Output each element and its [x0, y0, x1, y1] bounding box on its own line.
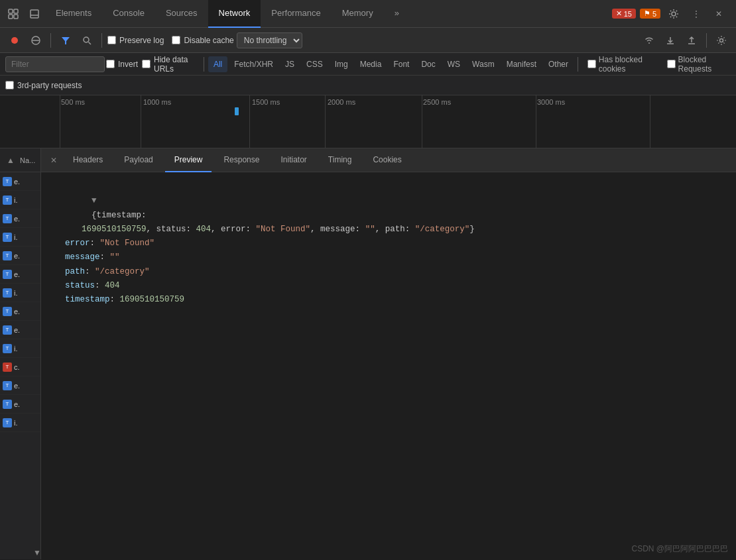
svg-rect-1	[14, 9, 18, 13]
row-name: e.	[14, 326, 20, 334]
error-count: 15	[624, 10, 632, 18]
row-type-icon: T	[3, 233, 12, 242]
scroll-down-button[interactable]: ▼	[31, 546, 41, 559]
tab-preview[interactable]: Preview	[165, 148, 212, 172]
json-root-line[interactable]: ▼ {timestamp: 1690510150759, status: 404…	[52, 180, 725, 237]
devtools-icon[interactable]	[3, 0, 24, 28]
record-button[interactable]	[5, 31, 24, 50]
tab-elements[interactable]: Elements	[45, 0, 102, 28]
search-button[interactable]	[78, 31, 96, 50]
error-badge[interactable]: ✕ 15	[612, 9, 636, 19]
list-item[interactable]: Ti.	[0, 191, 40, 209]
json-field: message: ""	[65, 251, 725, 264]
timeline-area[interactable]: 500 ms 1000 ms 1500 ms 2000 ms 2500 ms 3…	[0, 95, 736, 148]
tab-sources[interactable]: Sources	[155, 0, 208, 28]
tab-cookies[interactable]: Cookies	[363, 148, 410, 172]
list-item[interactable]: Ti.	[0, 414, 40, 432]
row-type-icon: T	[3, 344, 12, 353]
list-item[interactable]: Te.	[0, 321, 40, 339]
scroll-up-button[interactable]: ▲	[4, 154, 17, 167]
disable-cache-checkbox[interactable]: Disable cache	[172, 36, 233, 45]
third-party-bar: 3rd-party requests	[0, 76, 736, 95]
tab-performance[interactable]: Performance	[261, 0, 331, 28]
row-name: i.	[14, 345, 18, 353]
svg-rect-2	[9, 15, 13, 19]
hide-data-urls-checkbox[interactable]: Hide data URLs	[142, 55, 200, 74]
third-party-checkbox[interactable]: 3rd-party requests	[5, 81, 82, 90]
list-item[interactable]: Tc.	[0, 358, 40, 376]
tab-initiator[interactable]: Initiator	[271, 148, 316, 172]
row-type-icon: T	[3, 418, 12, 427]
close-detail-button[interactable]: ✕	[46, 153, 61, 168]
list-item[interactable]: Te.	[0, 265, 40, 284]
tab-headers[interactable]: Headers	[64, 148, 112, 172]
blocked-requests-checkbox[interactable]: Blocked Requests	[667, 55, 731, 74]
filter-type-img[interactable]: Img	[330, 56, 353, 72]
list-item[interactable]: Te.	[0, 302, 40, 321]
network-toolbar: Preserve log Disable cache No throttling	[0, 28, 736, 53]
preview-pane: ✕ Headers Payload Preview Response Initi…	[41, 148, 736, 559]
json-value: 404	[105, 281, 120, 290]
list-item[interactable]: Ti.	[0, 339, 40, 358]
tab-network[interactable]: Network	[208, 0, 261, 28]
filter-type-wasm[interactable]: Wasm	[467, 56, 500, 72]
list-item[interactable]: Te.	[0, 376, 40, 395]
preserve-log-checkbox[interactable]: Preserve log	[107, 36, 164, 45]
filter-type-css[interactable]: CSS	[301, 56, 328, 72]
row-type-icon: T	[3, 214, 12, 223]
expand-icon[interactable]: ▼	[92, 196, 97, 205]
ruler-line-5	[422, 95, 422, 148]
list-item[interactable]: Te.	[0, 209, 40, 228]
filter-type-font[interactable]: Font	[388, 56, 414, 72]
row-name: e.	[14, 215, 20, 223]
has-blocked-cookies-checkbox[interactable]: Has blocked cookies	[587, 55, 659, 74]
json-value: "/category"	[95, 267, 150, 276]
list-item[interactable]: Te.	[0, 395, 40, 414]
more-options-button[interactable]: ⋮	[687, 5, 705, 23]
ruler-label-1000: 1000 ms	[143, 98, 171, 106]
tab-console[interactable]: Console	[102, 0, 155, 28]
settings-button[interactable]	[664, 5, 683, 23]
invert-checkbox[interactable]: Invert	[106, 60, 138, 69]
list-item[interactable]: Ti.	[0, 284, 40, 302]
filter-input[interactable]	[5, 56, 105, 72]
ruler-line-7	[650, 95, 650, 148]
filter-type-fetch-xhr[interactable]: Fetch/XHR	[229, 56, 278, 72]
json-value: "Not Found"	[100, 239, 155, 248]
export-button[interactable]	[682, 31, 701, 50]
svg-rect-3	[14, 15, 18, 19]
filter-type-ws[interactable]: WS	[442, 56, 465, 72]
ruler-line-3	[249, 95, 250, 148]
row-type-icon: T	[3, 177, 12, 186]
tabs-right-controls: ✕ 15 ⚑ 5 ⋮ ✕	[612, 5, 733, 23]
network-settings-button[interactable]	[712, 31, 731, 50]
filter-type-all[interactable]: All	[208, 56, 227, 72]
json-preview: ▼ {timestamp: 1690510150759, status: 404…	[41, 172, 736, 559]
list-item[interactable]: Ti.	[0, 228, 40, 247]
tab-payload[interactable]: Payload	[115, 148, 162, 172]
clear-button[interactable]	[27, 31, 45, 50]
row-type-icon: T	[3, 251, 12, 260]
filter-type-doc[interactable]: Doc	[416, 56, 440, 72]
throttle-select[interactable]: No throttling	[237, 32, 302, 48]
list-item[interactable]: Te.	[0, 247, 40, 265]
json-field: timestamp: 1690510150759	[65, 293, 725, 307]
import-button[interactable]	[661, 31, 680, 50]
filter-button[interactable]	[56, 31, 75, 50]
dock-icon[interactable]	[24, 0, 45, 28]
filter-type-js[interactable]: JS	[280, 56, 300, 72]
tab-more[interactable]: »	[384, 0, 410, 28]
list-item[interactable]: Te.	[0, 172, 40, 191]
row-name: e.	[14, 308, 20, 315]
filter-type-media[interactable]: Media	[355, 56, 387, 72]
filter-type-other[interactable]: Other	[543, 56, 574, 72]
filter-type-manifest[interactable]: Manifest	[501, 56, 542, 72]
tab-memory[interactable]: Memory	[332, 0, 384, 28]
filter-sep2	[578, 57, 578, 72]
tab-timing[interactable]: Timing	[319, 148, 361, 172]
close-devtools-button[interactable]: ✕	[709, 5, 728, 23]
svg-point-13	[720, 38, 723, 42]
tab-response[interactable]: Response	[214, 148, 269, 172]
row-name: i.	[14, 233, 18, 241]
warning-badge[interactable]: ⚑ 5	[640, 9, 660, 19]
